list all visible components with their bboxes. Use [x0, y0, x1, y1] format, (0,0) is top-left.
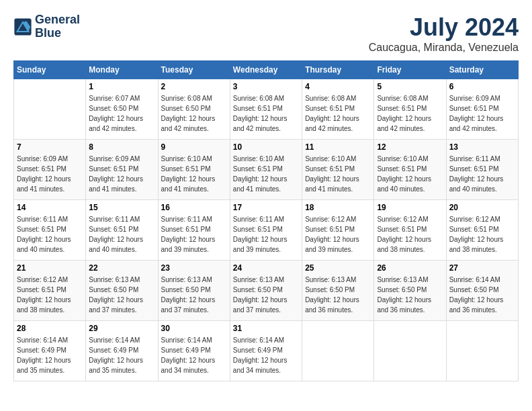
title-block: July 2024 Caucagua, Miranda, Venezuela [369, 13, 519, 54]
cell-info: Sunrise: 6:09 AMSunset: 6:51 PMDaylight:… [89, 154, 154, 194]
day-number: 23 [161, 263, 227, 273]
week-row-2: 7Sunrise: 6:09 AMSunset: 6:51 PMDaylight… [14, 140, 519, 200]
calendar-cell: 16Sunrise: 6:11 AMSunset: 6:51 PMDayligh… [158, 200, 230, 261]
calendar-cell: 18Sunrise: 6:12 AMSunset: 6:51 PMDayligh… [302, 200, 374, 261]
day-number: 30 [161, 324, 227, 333]
calendar-cell: 6Sunrise: 6:09 AMSunset: 6:51 PMDaylight… [446, 79, 518, 140]
day-number: 4 [305, 82, 371, 91]
cell-info: Sunrise: 6:08 AMSunset: 6:51 PMDaylight:… [305, 93, 371, 134]
calendar-cell: 19Sunrise: 6:12 AMSunset: 6:51 PMDayligh… [374, 200, 446, 261]
cell-info: Sunrise: 6:11 AMSunset: 6:51 PMDaylight:… [233, 214, 299, 255]
calendar-cell: 30Sunrise: 6:14 AMSunset: 6:49 PMDayligh… [158, 321, 230, 381]
day-number: 31 [233, 324, 299, 333]
calendar-cell: 23Sunrise: 6:13 AMSunset: 6:50 PMDayligh… [158, 261, 230, 321]
calendar-cell: 8Sunrise: 6:09 AMSunset: 6:51 PMDaylight… [86, 140, 158, 200]
day-number: 15 [89, 203, 154, 212]
week-row-5: 28Sunrise: 6:14 AMSunset: 6:49 PMDayligh… [14, 321, 519, 381]
cell-info: Sunrise: 6:14 AMSunset: 6:49 PMDaylight:… [89, 335, 154, 375]
calendar-cell: 26Sunrise: 6:13 AMSunset: 6:50 PMDayligh… [374, 261, 446, 321]
day-number: 10 [233, 142, 299, 152]
day-number: 1 [89, 82, 154, 91]
cell-info: Sunrise: 6:10 AMSunset: 6:51 PMDaylight:… [377, 154, 443, 194]
calendar-cell [302, 321, 374, 381]
day-number: 22 [89, 263, 154, 273]
calendar-cell [446, 321, 518, 381]
day-number: 28 [17, 324, 83, 333]
calendar-cell: 24Sunrise: 6:13 AMSunset: 6:50 PMDayligh… [230, 261, 302, 321]
cell-info: Sunrise: 6:13 AMSunset: 6:50 PMDaylight:… [161, 275, 227, 315]
logo: General Blue [13, 13, 80, 40]
day-number: 11 [305, 142, 371, 152]
calendar-cell: 25Sunrise: 6:13 AMSunset: 6:50 PMDayligh… [302, 261, 374, 321]
calendar-cell: 27Sunrise: 6:14 AMSunset: 6:50 PMDayligh… [446, 261, 518, 321]
cell-info: Sunrise: 6:13 AMSunset: 6:50 PMDaylight:… [377, 275, 443, 315]
day-number: 16 [161, 203, 227, 212]
cell-info: Sunrise: 6:13 AMSunset: 6:50 PMDaylight:… [305, 275, 371, 315]
calendar-cell: 3Sunrise: 6:08 AMSunset: 6:51 PMDaylight… [230, 79, 302, 140]
calendar-cell: 31Sunrise: 6:14 AMSunset: 6:49 PMDayligh… [230, 321, 302, 381]
header-wednesday: Wednesday [230, 61, 302, 79]
day-number: 2 [161, 82, 227, 91]
calendar-cell: 29Sunrise: 6:14 AMSunset: 6:49 PMDayligh… [86, 321, 158, 381]
day-number: 5 [377, 82, 443, 91]
day-number: 18 [305, 203, 371, 212]
cell-info: Sunrise: 6:09 AMSunset: 6:51 PMDaylight:… [17, 154, 83, 194]
calendar-cell: 28Sunrise: 6:14 AMSunset: 6:49 PMDayligh… [14, 321, 86, 381]
cell-info: Sunrise: 6:08 AMSunset: 6:51 PMDaylight:… [233, 93, 299, 134]
calendar-cell: 9Sunrise: 6:10 AMSunset: 6:51 PMDaylight… [158, 140, 230, 200]
cell-info: Sunrise: 6:14 AMSunset: 6:50 PMDaylight:… [449, 275, 515, 315]
logo-text: General Blue [35, 13, 80, 40]
cell-info: Sunrise: 6:07 AMSunset: 6:50 PMDaylight:… [89, 93, 154, 134]
day-number: 3 [233, 82, 299, 91]
calendar-cell: 1Sunrise: 6:07 AMSunset: 6:50 PMDaylight… [86, 79, 158, 140]
header-monday: Monday [86, 61, 158, 79]
week-row-3: 14Sunrise: 6:11 AMSunset: 6:51 PMDayligh… [14, 200, 519, 261]
week-row-1: 1Sunrise: 6:07 AMSunset: 6:50 PMDaylight… [14, 79, 519, 140]
cell-info: Sunrise: 6:12 AMSunset: 6:51 PMDaylight:… [305, 214, 371, 255]
day-number: 8 [89, 142, 154, 152]
day-number: 13 [449, 142, 515, 152]
cell-info: Sunrise: 6:08 AMSunset: 6:50 PMDaylight:… [161, 93, 227, 134]
cell-info: Sunrise: 6:14 AMSunset: 6:49 PMDaylight:… [233, 335, 299, 375]
logo-icon [13, 17, 32, 36]
cell-info: Sunrise: 6:14 AMSunset: 6:49 PMDaylight:… [161, 335, 227, 375]
day-number: 7 [17, 142, 83, 152]
calendar-cell: 20Sunrise: 6:12 AMSunset: 6:51 PMDayligh… [446, 200, 518, 261]
day-number: 24 [233, 263, 299, 273]
cell-info: Sunrise: 6:10 AMSunset: 6:51 PMDaylight:… [233, 154, 299, 194]
cell-info: Sunrise: 6:13 AMSunset: 6:50 PMDaylight:… [89, 275, 154, 315]
header-saturday: Saturday [446, 61, 518, 79]
day-number: 14 [17, 203, 83, 212]
day-number: 26 [377, 263, 443, 273]
calendar-cell: 5Sunrise: 6:08 AMSunset: 6:51 PMDaylight… [374, 79, 446, 140]
calendar-cell: 4Sunrise: 6:08 AMSunset: 6:51 PMDaylight… [302, 79, 374, 140]
calendar-cell: 7Sunrise: 6:09 AMSunset: 6:51 PMDaylight… [14, 140, 86, 200]
cell-info: Sunrise: 6:13 AMSunset: 6:50 PMDaylight:… [233, 275, 299, 315]
cell-info: Sunrise: 6:11 AMSunset: 6:51 PMDaylight:… [17, 214, 83, 255]
cell-info: Sunrise: 6:11 AMSunset: 6:51 PMDaylight:… [449, 154, 515, 194]
day-number: 20 [449, 203, 515, 212]
page-header: General Blue July 2024 Caucagua, Miranda… [13, 13, 519, 54]
cell-info: Sunrise: 6:09 AMSunset: 6:51 PMDaylight:… [449, 93, 515, 134]
day-number: 25 [305, 263, 371, 273]
calendar-cell [374, 321, 446, 381]
calendar-header-row: SundayMondayTuesdayWednesdayThursdayFrid… [14, 61, 519, 79]
day-number: 9 [161, 142, 227, 152]
calendar-cell: 22Sunrise: 6:13 AMSunset: 6:50 PMDayligh… [86, 261, 158, 321]
calendar-cell: 15Sunrise: 6:11 AMSunset: 6:51 PMDayligh… [86, 200, 158, 261]
header-tuesday: Tuesday [158, 61, 230, 79]
calendar-cell: 11Sunrise: 6:10 AMSunset: 6:51 PMDayligh… [302, 140, 374, 200]
cell-info: Sunrise: 6:12 AMSunset: 6:51 PMDaylight:… [17, 275, 83, 315]
cell-info: Sunrise: 6:10 AMSunset: 6:51 PMDaylight:… [161, 154, 227, 194]
day-number: 6 [449, 82, 515, 91]
calendar-cell: 21Sunrise: 6:12 AMSunset: 6:51 PMDayligh… [14, 261, 86, 321]
calendar-cell: 14Sunrise: 6:11 AMSunset: 6:51 PMDayligh… [14, 200, 86, 261]
week-row-4: 21Sunrise: 6:12 AMSunset: 6:51 PMDayligh… [14, 261, 519, 321]
cell-info: Sunrise: 6:08 AMSunset: 6:51 PMDaylight:… [377, 93, 443, 134]
day-number: 17 [233, 203, 299, 212]
calendar-cell: 17Sunrise: 6:11 AMSunset: 6:51 PMDayligh… [230, 200, 302, 261]
day-number: 27 [449, 263, 515, 273]
calendar-cell: 13Sunrise: 6:11 AMSunset: 6:51 PMDayligh… [446, 140, 518, 200]
calendar-cell [14, 79, 86, 140]
cell-info: Sunrise: 6:11 AMSunset: 6:51 PMDaylight:… [161, 214, 227, 255]
